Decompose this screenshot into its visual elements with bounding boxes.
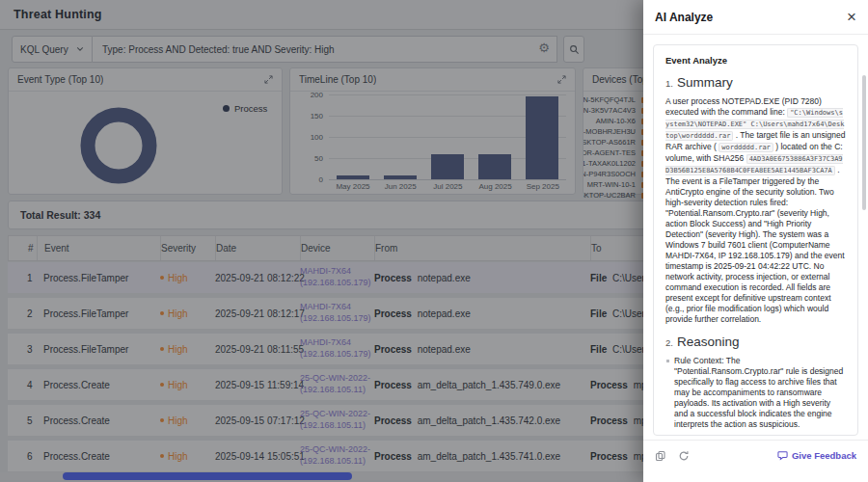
ai-drawer-body: Event Analyze 1.Summary A user process N… [643,35,868,440]
reasoning-item: Process Behavior: Launching NOTEPAD.EXE … [665,434,846,436]
copy-icon[interactable] [655,450,666,462]
ai-drawer-footer: Give Feedback [643,440,868,470]
reasoning-list: Rule Context: The "Potential.Ransom.Cryp… [665,356,846,436]
ai-drawer-title: AI Analyze [655,11,713,24]
event-analyze-title: Event Analyze [665,55,846,66]
reasoning-heading: 2.Reasoning [665,333,846,350]
give-feedback-label: Give Feedback [792,450,856,461]
event-analyze-card: Event Analyze 1.Summary A user process N… [653,44,858,436]
reasoning-item: Rule Context: The "Potential.Ransom.Cryp… [665,356,846,430]
close-icon[interactable]: × [847,9,856,25]
vertical-scrollbar-thumb[interactable] [862,75,866,210]
give-feedback-button[interactable]: Give Feedback [777,450,856,461]
summary-heading: 1.Summary [665,73,846,91]
feedback-chat-icon [777,450,788,461]
ai-drawer-header: AI Analyze × [643,0,868,35]
refresh-icon[interactable] [678,450,690,462]
summary-paragraph: A user process NOTEPAD.EXE (PID 7280) ex… [665,96,846,325]
ai-analyze-drawer: AI Analyze × Event Analyze 1.Summary A u… [643,0,868,482]
